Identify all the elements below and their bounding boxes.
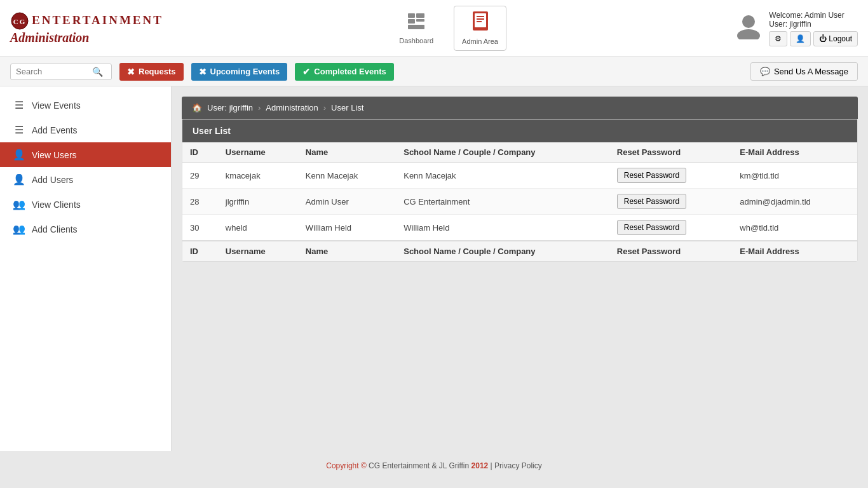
user-actions: ⚙ 👤 ⏻ Logout [769,31,858,46]
nav-icons: Dashboard Admin Area [391,6,506,51]
add-events-icon: ☰ [13,124,25,136]
cell-name: Kenn Macejak [298,163,396,189]
completed-events-icon: ✔ [302,67,310,77]
footer-text3: JL Griffin [439,461,469,470]
nav-dashboard[interactable]: Dashboard [391,7,441,50]
add-clients-icon: 👥 [13,223,25,235]
list-icon: ☰ [13,99,25,111]
view-clients-icon: 👥 [13,198,25,210]
reset-password-button[interactable]: Reset Password [617,220,686,235]
search-icon: 🔍 [92,67,103,77]
col-company: School Name / Couple / Company [396,142,609,163]
breadcrumb-admin: Administration [266,103,318,112]
col-email: E-Mail Address [732,142,857,163]
breadcrumb-user-list: User List [331,103,363,112]
table-row: 28 jlgriffin Admin User CG Entertainment… [182,189,857,215]
profile-icon: 👤 [796,34,805,43]
svg-rect-8 [475,13,486,27]
svg-rect-11 [477,21,482,22]
user-table: ID Username Name School Name / Couple / … [182,142,857,261]
logout-icon: ⏻ [819,34,827,43]
main-layout: ☰ View Events ☰ Add Events 👤 View Users … [0,86,868,451]
table-footer-row: ID Username Name School Name / Couple / … [182,241,857,261]
footer-text2: & [432,461,437,470]
sidebar-item-add-users[interactable]: 👤 Add Users [0,167,171,192]
upcoming-events-icon: ✖ [199,67,207,77]
completed-events-button[interactable]: ✔ Completed Events [295,63,393,81]
cell-company: CG Entertainment [396,189,609,215]
user-avatar-icon [735,11,763,45]
add-users-icon: 👤 [13,173,25,186]
svg-rect-6 [408,25,424,29]
footer-col-name: Name [298,241,396,261]
footer-col-reset-password: Reset Password [609,241,733,261]
cell-email: wh@tld.tld [732,215,857,241]
content-area: 🏠 User: jlgriffin › Administration › Use… [172,86,868,451]
toolbar: 🔍 ✖ Requests ✖ Upcoming Events ✔ Complet… [0,57,868,86]
requests-icon: ✖ [127,67,135,77]
cell-company: Kenn Macejak [396,163,609,189]
footer-text1: CG Entertainment [369,461,430,470]
breadcrumb-sep-2: › [323,103,326,112]
admin-area-label: Admin Area [462,37,498,45]
col-name: Name [298,142,396,163]
footer: Copyright © CG Entertainment & JL Griffi… [0,451,868,480]
logo-area: CG ENTERTAINMENT Administration [10,11,163,45]
profile-button[interactable]: 👤 [790,31,811,46]
settings-button[interactable]: ⚙ [769,31,787,46]
svg-point-13 [737,29,760,39]
upcoming-events-button[interactable]: ✖ Upcoming Events [191,63,288,81]
user-list-title: User List [182,119,857,142]
sidebar-item-add-events[interactable]: ☰ Add Events [0,118,171,142]
table-row: 29 kmacejak Kenn Macejak Kenn Macejak Re… [182,163,857,189]
cell-reset-password: Reset Password [609,189,733,215]
cell-username: jlgriffin [218,189,298,215]
cell-company: William Held [396,215,609,241]
footer-col-company: School Name / Couple / Company [396,241,609,261]
header: CG ENTERTAINMENT Administration Dashboar… [0,0,868,57]
cell-name: Admin User [298,189,396,215]
breadcrumb-user: User: jlgriffin [207,103,253,112]
reset-password-button[interactable]: Reset Password [617,194,686,209]
svg-rect-3 [416,13,424,18]
breadcrumb-sep-1: › [258,103,261,112]
nav-admin-area[interactable]: Admin Area [454,6,506,51]
message-icon: 💬 [760,67,770,76]
privacy-policy-link[interactable]: Privacy Policy [494,461,542,470]
svg-rect-9 [477,16,484,17]
footer-col-id: ID [182,241,218,261]
svg-rect-2 [408,13,415,18]
footer-col-email: E-Mail Address [732,241,857,261]
sidebar-item-view-clients[interactable]: 👥 View Clients [0,192,171,217]
user-table-body: 29 kmacejak Kenn Macejak Kenn Macejak Re… [182,163,857,241]
svg-rect-5 [416,19,424,22]
cell-reset-password: Reset Password [609,163,733,189]
svg-rect-4 [408,19,415,24]
copyright-label: Copyright © [326,461,367,470]
welcome-text: Welcome: Admin User User: jlgriffin [769,11,858,29]
svg-rect-10 [477,18,484,20]
cell-email: admin@djadmin.tld [732,189,857,215]
col-id: ID [182,142,218,163]
search-input[interactable] [16,67,92,76]
col-reset-password: Reset Password [609,142,733,163]
cell-email: km@tld.tld [732,163,857,189]
cell-username: kmacejak [218,163,298,189]
logout-button[interactable]: ⏻ Logout [813,31,858,46]
sidebar: ☰ View Events ☰ Add Events 👤 View Users … [0,86,172,451]
sidebar-item-view-events[interactable]: ☰ View Events [0,93,171,118]
cell-id: 30 [182,215,218,241]
dashboard-icon [407,12,426,36]
table-row: 30 wheld William Held William Held Reset… [182,215,857,241]
home-icon: 🏠 [192,103,202,112]
send-message-button[interactable]: 💬 Send Us A Message [750,62,858,81]
reset-password-button[interactable]: Reset Password [617,168,686,183]
cell-reset-password: Reset Password [609,215,733,241]
admin-area-icon [471,11,489,36]
requests-button[interactable]: ✖ Requests [119,63,184,81]
sidebar-item-view-users[interactable]: 👤 View Users [0,142,171,167]
cell-id: 28 [182,189,218,215]
sidebar-item-add-clients[interactable]: 👥 Add Clients [0,217,171,241]
search-box[interactable]: 🔍 [10,64,112,80]
user-info: Welcome: Admin User User: jlgriffin ⚙ 👤 … [769,11,858,46]
